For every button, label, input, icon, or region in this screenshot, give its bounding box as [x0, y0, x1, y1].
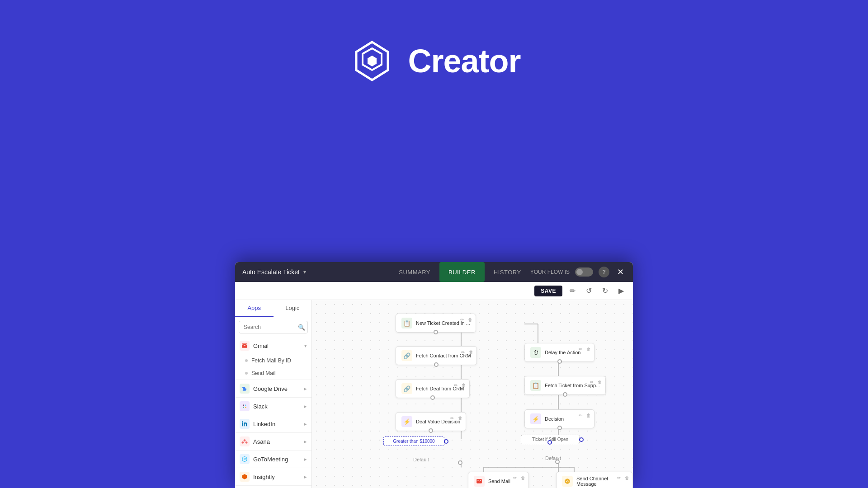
hero-section: Creator: [0, 0, 868, 99]
app-group-header-slack[interactable]: Slack ▸: [235, 398, 311, 415]
edit-node-icon-8[interactable]: ✏: [511, 474, 519, 481]
tab-history[interactable]: HISTORY: [485, 262, 530, 282]
branch-greater-than[interactable]: Greater than $10000: [383, 436, 444, 446]
search-box: 🔍: [239, 321, 308, 333]
flow-status-label: YOUR FLOW IS: [530, 269, 570, 275]
app-group-header-gmail[interactable]: Gmail ▾: [235, 337, 311, 354]
play-icon[interactable]: ▶: [615, 285, 627, 297]
bottom-connector-5: [557, 359, 562, 364]
delete-node-icon-2[interactable]: 🗑: [467, 348, 475, 356]
app-item-send-mail[interactable]: Send Mail: [235, 367, 311, 380]
svg-rect-4: [242, 422, 243, 426]
flow-toggle[interactable]: [575, 267, 593, 277]
sidebar-tab-apps[interactable]: Apps: [235, 300, 274, 317]
slack-expand-icon: ▸: [304, 404, 307, 409]
bottom-connector-7: [557, 426, 562, 430]
gotomeeting-label: GoToMeeting: [253, 456, 301, 463]
app-group-header-insightly[interactable]: Insightly ▸: [235, 468, 311, 485]
bottom-connector: [434, 330, 438, 334]
delete-node-icon-9[interactable]: 🗑: [623, 474, 631, 481]
decision-label: Decision: [545, 416, 564, 422]
edit-node-icon-3[interactable]: ✏: [452, 381, 459, 389]
delete-node-icon-8[interactable]: 🗑: [519, 474, 527, 481]
edit-icon[interactable]: ✏: [566, 285, 579, 297]
sidebar-tabs: Apps Logic: [235, 300, 311, 317]
edit-node-icon-2[interactable]: ✏: [459, 348, 467, 356]
app-group-slack: Slack ▸: [235, 398, 311, 415]
edit-node-icon-4[interactable]: ✏: [448, 414, 456, 422]
node-actions-send-channel: ✏ 🗑: [615, 474, 631, 481]
node-actions-send-mail: ✏ 🗑: [511, 474, 527, 481]
insightly-label: Insightly: [253, 474, 301, 480]
svg-point-7: [242, 441, 244, 444]
delete-node-icon-4[interactable]: 🗑: [457, 414, 464, 422]
gmail-label: Gmail: [253, 343, 301, 349]
default-dot-right: [555, 460, 560, 464]
node-actions-fetch-ticket: ✏ 🗑: [588, 378, 604, 385]
edit-node-icon-9[interactable]: ✏: [615, 474, 623, 481]
linkedin-label: LinkedIn: [253, 421, 301, 427]
edit-node-icon-6[interactable]: ✏: [588, 378, 595, 385]
titlebar-right: YOUR FLOW IS ? ✕: [530, 267, 626, 277]
node-send-mail[interactable]: Send Mail ✏ 🗑: [468, 472, 529, 488]
app-group-header-zendesk[interactable]: Zendesk ▸: [235, 486, 311, 488]
linkedin-icon: [240, 419, 250, 429]
app-group-google-drive: Google Drive ▸: [235, 380, 311, 398]
redo-icon[interactable]: ↻: [599, 285, 611, 297]
app-group-header-linkedin[interactable]: LinkedIn ▸: [235, 415, 311, 432]
node-fetch-deal[interactable]: 🔗 Fetch Deal from CRM ✏ 🗑: [396, 379, 470, 398]
node-delay[interactable]: ⏱ Delay the Action ✏ 🗑: [524, 343, 594, 362]
delete-node-icon-7[interactable]: 🗑: [585, 412, 592, 419]
close-button[interactable]: ✕: [615, 267, 626, 277]
delete-node-icon[interactable]: 🗑: [467, 316, 474, 323]
save-button[interactable]: SAVE: [534, 286, 562, 296]
fetch-ticket-icon: 📋: [530, 380, 541, 391]
default-branch-left: Default: [413, 457, 429, 462]
google-drive-expand-icon: ▸: [304, 386, 307, 392]
tab-builder[interactable]: BUILDER: [439, 262, 485, 282]
svg-point-3: [245, 407, 246, 408]
node-deal-value-decision[interactable]: ⚡ Deal Value Decision ✏ 🗑: [396, 412, 466, 431]
chevron-down-icon[interactable]: ▾: [303, 269, 306, 275]
delete-node-icon-6[interactable]: 🗑: [596, 378, 604, 385]
logo-area: Creator: [347, 36, 520, 86]
app-item-fetch-mail[interactable]: Fetch Mail By ID: [235, 354, 311, 367]
google-drive-icon: [240, 384, 250, 394]
node-decision[interactable]: ⚡ Decision ✏ 🗑: [524, 409, 594, 428]
sidebar-tab-logic[interactable]: Logic: [274, 300, 312, 317]
app-group-header-asana[interactable]: Asana ▸: [235, 433, 311, 450]
app-group-insightly: Insightly ▸: [235, 468, 311, 486]
ticket-open-plus-dot: [547, 440, 552, 445]
content-area: Apps Logic 🔍 Gmail ▾ Fetch Mail By: [235, 300, 633, 488]
app-group-gotomeeting: GT GoToMeeting ▸: [235, 450, 311, 468]
app-group-header-gotomeeting[interactable]: GT GoToMeeting ▸: [235, 450, 311, 468]
undo-icon[interactable]: ↺: [582, 285, 595, 297]
search-icon: 🔍: [298, 324, 305, 331]
asana-label: Asana: [253, 438, 301, 445]
edit-node-icon-7[interactable]: ✏: [577, 412, 584, 419]
send-mail-canvas-label: Send Mail: [488, 479, 510, 484]
titlebar: Auto Escalate Ticket ▾ SUMMARY BUILDER H…: [235, 262, 633, 282]
insightly-icon: [240, 472, 250, 482]
app-group-header-google-drive[interactable]: Google Drive ▸: [235, 380, 311, 397]
help-button[interactable]: ?: [599, 267, 609, 277]
slack-icon: [240, 401, 250, 411]
new-ticket-icon: 📋: [401, 318, 412, 328]
node-send-channel[interactable]: Send Channel Message ✏ 🗑: [556, 472, 633, 488]
node-fetch-contact[interactable]: 🔗 Fetch Contact from CRM ✏ 🗑: [396, 346, 477, 365]
node-actions-new-ticket: ✏ 🗑: [458, 316, 474, 323]
fetch-deal-icon: 🔗: [401, 383, 412, 394]
tab-summary[interactable]: SUMMARY: [390, 262, 439, 282]
svg-point-29: [565, 479, 570, 484]
node-new-ticket-created[interactable]: 📋 New Ticket Created in ... ✏ 🗑: [396, 314, 476, 333]
node-fetch-ticket[interactable]: 📋 Fetch Ticket from Supp... ✏ 🗑: [524, 376, 606, 395]
delay-label: Delay the Action: [545, 350, 581, 355]
node-actions-decision: ✏ 🗑: [577, 412, 592, 419]
svg-point-5: [242, 421, 243, 422]
bottom-connector-3: [430, 395, 435, 400]
delete-node-icon-5[interactable]: 🗑: [585, 345, 592, 352]
edit-node-icon-5[interactable]: ✏: [577, 345, 584, 352]
edit-node-icon[interactable]: ✏: [458, 316, 466, 323]
gotomeeting-icon: GT: [240, 454, 250, 464]
delete-node-icon-3[interactable]: 🗑: [460, 381, 467, 389]
